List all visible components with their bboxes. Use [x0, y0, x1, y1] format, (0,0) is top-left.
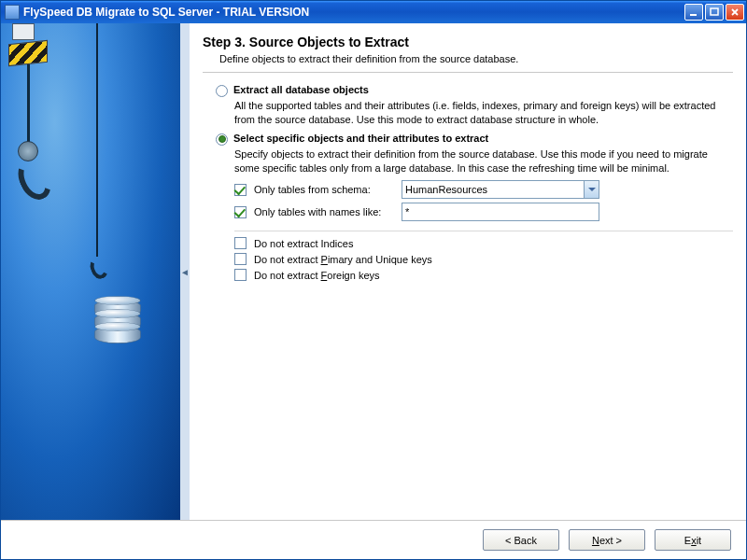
close-button[interactable]	[726, 4, 744, 21]
option-extract-all-help: All the supported tables and their attri…	[234, 99, 733, 127]
no-indices-label: Do not extract Indices	[254, 238, 394, 249]
minimize-button[interactable]	[684, 4, 703, 21]
checkbox-no-fk[interactable]	[234, 269, 247, 281]
header-divider	[203, 72, 733, 73]
option-select-specific[interactable]: Select specific objects and their attrib…	[216, 133, 733, 146]
small-hook-icon	[91, 257, 107, 279]
crane-cable-icon	[27, 64, 30, 143]
next-button[interactable]: Next >	[569, 529, 645, 551]
step-title: Step 3. Source Objects to Extract	[203, 35, 733, 49]
checkbox-no-indices[interactable]	[234, 237, 247, 249]
options-divider	[234, 231, 733, 231]
svg-rect-0	[690, 14, 697, 16]
schema-input[interactable]	[402, 180, 584, 199]
sidebar-splitter[interactable]: ◄	[180, 23, 190, 520]
checkbox-only-names[interactable]	[234, 206, 247, 218]
schema-dropdown-button[interactable]	[584, 180, 599, 199]
only-names-label: Only tables with names like:	[254, 206, 394, 217]
hazard-block-icon	[8, 40, 48, 66]
wizard-footer: < Back Next > Exit	[1, 520, 746, 559]
radio-select-specific[interactable]	[216, 133, 228, 146]
back-button[interactable]: < Back	[483, 529, 559, 551]
window-title: FlySpeed DB Migrate to SQL Server - TRIA…	[23, 6, 684, 19]
main-panel: Step 3. Source Objects to Extract Define…	[190, 23, 746, 520]
maximize-button[interactable]	[705, 4, 724, 21]
only-schema-row: Only tables from schema:	[234, 180, 733, 199]
secondary-cable-icon	[96, 23, 98, 257]
step-description: Define objects to extract their definiti…	[219, 53, 733, 64]
application-window: FlySpeed DB Migrate to SQL Server - TRIA…	[0, 0, 747, 560]
no-pk-label: Do not extract Pimary and Unique keys	[254, 254, 432, 265]
checkbox-no-pk[interactable]	[234, 253, 247, 265]
no-fk-row: Do not extract Foreign keys	[234, 269, 733, 281]
db-stack-small-icon	[94, 304, 141, 343]
sidebar-illustration	[1, 23, 180, 520]
exit-button[interactable]: Exit	[655, 529, 731, 551]
checkbox-only-schema[interactable]	[234, 184, 247, 196]
option-select-specific-help: Specify objects to extract their definit…	[234, 147, 733, 175]
option-extract-all-label: Extract all database objects	[233, 84, 369, 95]
titlebar[interactable]: FlySpeed DB Migrate to SQL Server - TRIA…	[1, 1, 746, 23]
content-area: ◄ Step 3. Source Objects to Extract Defi…	[1, 23, 746, 520]
no-pk-row: Do not extract Pimary and Unique keys	[234, 253, 733, 265]
svg-rect-1	[711, 8, 718, 15]
schema-combo[interactable]	[402, 180, 599, 199]
option-extract-all[interactable]: Extract all database objects	[216, 84, 733, 97]
window-controls	[684, 4, 744, 21]
no-indices-row: Do not extract Indices	[234, 237, 733, 249]
only-names-row: Only tables with names like:	[234, 203, 733, 221]
app-icon	[5, 5, 20, 20]
option-select-specific-label: Select specific objects and their attrib…	[233, 133, 488, 144]
only-schema-label: Only tables from schema:	[254, 184, 394, 195]
radio-extract-all[interactable]	[216, 85, 228, 97]
crane-rail-icon	[12, 23, 35, 40]
chevron-left-icon: ◄	[180, 267, 190, 277]
no-fk-label: Do not extract Foreign keys	[254, 270, 394, 281]
names-pattern-input[interactable]	[402, 203, 599, 221]
hook-icon	[20, 158, 49, 201]
